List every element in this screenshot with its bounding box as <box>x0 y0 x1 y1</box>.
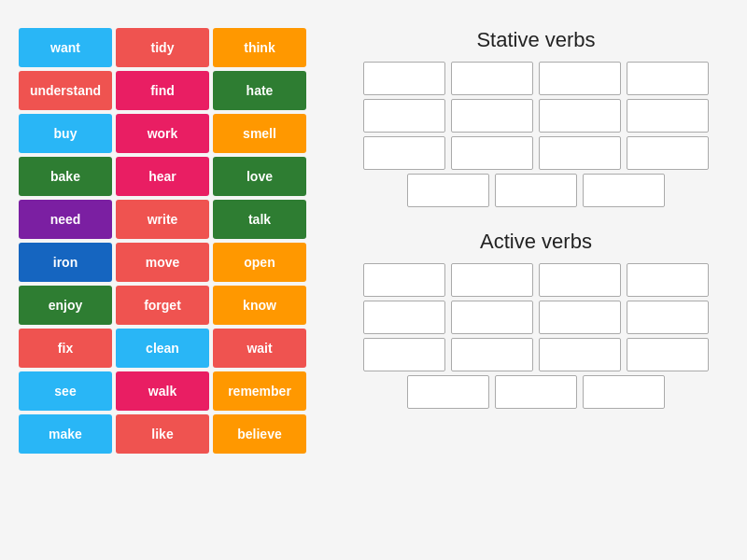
active-drop-box[interactable] <box>627 338 709 371</box>
stative-drop-box[interactable] <box>407 174 489 207</box>
stative-drop-box[interactable] <box>363 136 445 170</box>
word-tile-want[interactable]: want <box>19 28 112 67</box>
stative-drop-box[interactable] <box>583 174 665 207</box>
word-tile-work[interactable]: work <box>116 114 209 153</box>
stative-drop-box[interactable] <box>363 62 445 95</box>
active-drop-box[interactable] <box>407 375 489 409</box>
active-drop-box[interactable] <box>363 338 445 371</box>
word-tile-think[interactable]: think <box>213 28 306 67</box>
stative-drop-box[interactable] <box>363 99 445 133</box>
word-tile-enjoy[interactable]: enjoy <box>19 286 112 325</box>
active-row-4 <box>344 375 728 409</box>
active-row-3 <box>344 338 728 371</box>
stative-drop-box[interactable] <box>627 99 709 133</box>
stative-drop-box[interactable] <box>539 99 621 133</box>
active-drop-box[interactable] <box>627 301 709 334</box>
active-drop-box[interactable] <box>363 263 445 297</box>
active-drop-box[interactable] <box>627 263 709 297</box>
stative-row-3 <box>344 136 728 170</box>
word-tile-forget[interactable]: forget <box>116 286 209 325</box>
active-row-2 <box>344 301 728 334</box>
word-tile-see[interactable]: see <box>19 371 112 411</box>
word-tile-move[interactable]: move <box>116 243 209 282</box>
active-drop-box[interactable] <box>539 301 621 334</box>
stative-row-2 <box>344 99 728 133</box>
active-drop-box[interactable] <box>451 301 533 334</box>
stative-verbs-title: Stative verbs <box>344 28 728 52</box>
active-drop-box[interactable] <box>539 338 621 371</box>
word-tile-hear[interactable]: hear <box>116 157 209 196</box>
active-drop-box[interactable] <box>451 338 533 371</box>
word-tile-understand[interactable]: understand <box>19 71 112 110</box>
word-tile-need[interactable]: need <box>19 200 112 239</box>
stative-row-1 <box>344 62 728 95</box>
word-tile-iron[interactable]: iron <box>19 243 112 282</box>
stative-drop-box[interactable] <box>495 174 577 207</box>
active-drop-box[interactable] <box>451 263 533 297</box>
word-tile-like[interactable]: like <box>116 414 209 454</box>
word-tile-love[interactable]: love <box>213 157 306 196</box>
stative-drop-box[interactable] <box>451 62 533 95</box>
stative-row-4 <box>344 174 728 207</box>
word-tile-talk[interactable]: talk <box>213 200 306 239</box>
word-tile-believe[interactable]: believe <box>213 414 306 454</box>
word-tile-walk[interactable]: walk <box>116 371 209 411</box>
active-drop-box[interactable] <box>539 263 621 297</box>
word-tile-wait[interactable]: wait <box>213 329 306 368</box>
word-tile-clean[interactable]: clean <box>116 329 209 368</box>
word-tile-know[interactable]: know <box>213 286 306 325</box>
word-tile-write[interactable]: write <box>116 200 209 239</box>
active-row-1 <box>344 263 728 297</box>
stative-drop-box[interactable] <box>451 99 533 133</box>
active-drop-box[interactable] <box>495 375 577 409</box>
stative-drop-box[interactable] <box>627 62 709 95</box>
word-tile-find[interactable]: find <box>116 71 209 110</box>
word-tile-smell[interactable]: smell <box>213 114 306 153</box>
stative-drop-box[interactable] <box>627 136 709 170</box>
word-tile-open[interactable]: open <box>213 243 306 282</box>
stative-drop-box[interactable] <box>539 62 621 95</box>
word-tile-bake[interactable]: bake <box>19 157 112 196</box>
word-tile-make[interactable]: make <box>19 414 112 454</box>
word-tile-hate[interactable]: hate <box>213 71 306 110</box>
word-tile-tidy[interactable]: tidy <box>116 28 209 67</box>
stative-drop-box[interactable] <box>539 136 621 170</box>
word-tile-buy[interactable]: buy <box>19 114 112 153</box>
word-tile-remember[interactable]: remember <box>213 371 306 411</box>
active-drop-box[interactable] <box>363 301 445 334</box>
active-drop-box[interactable] <box>583 375 665 409</box>
active-verbs-title: Active verbs <box>344 230 728 254</box>
right-panel: Stative verbs Active verbs <box>344 28 728 413</box>
stative-drop-box[interactable] <box>451 136 533 170</box>
word-tile-fix[interactable]: fix <box>19 329 112 368</box>
word-tiles-panel: wanttidythinkunderstandfindhatebuyworksm… <box>19 28 306 454</box>
